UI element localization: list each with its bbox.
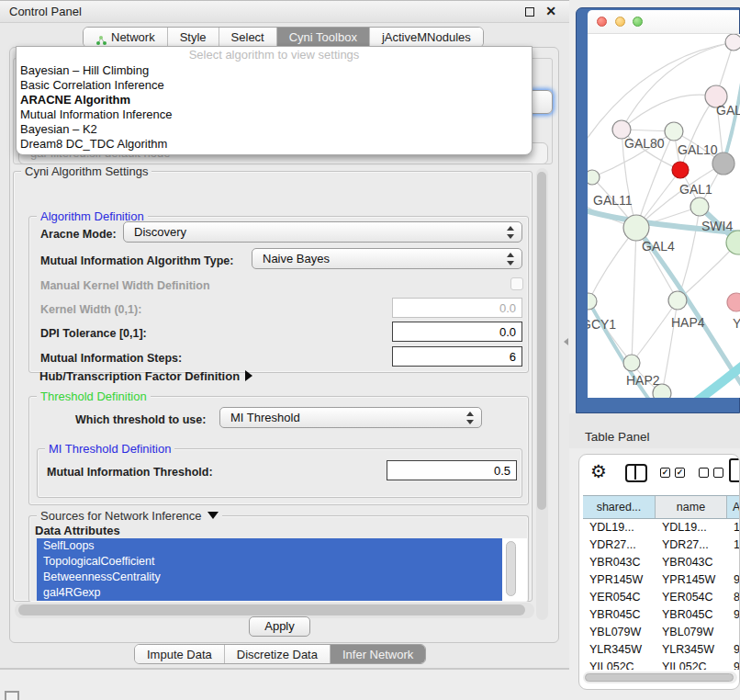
chevron-down-icon [207,512,219,519]
which-threshold-select[interactable]: MI Threshold [219,407,482,428]
apply-button[interactable]: Apply [249,616,310,637]
sources-group: Sources for Network Inference Data Attri… [28,515,529,602]
deselect-all-checkbox-icon[interactable] [713,468,723,478]
tab-style-label: Style [180,28,207,47]
chevron-right-icon [245,370,252,381]
network-node[interactable] [588,170,600,185]
vertical-scrollbar-thumb[interactable] [537,172,546,510]
table-row[interactable]: YPR145WYPR145W9. [583,571,740,589]
list-item-selected[interactable]: BetweennessCentrality [37,570,502,585]
algorithm-option[interactable]: Mutual Information Inference [17,107,532,122]
node-label: GAL1 [679,182,712,197]
tab-select[interactable]: Select [219,28,276,47]
node-label: GAL [716,103,740,118]
algorithm-option[interactable]: Basic Correlation Inference [17,78,532,93]
column-header-name[interactable]: name [656,496,727,518]
chevron-updown-icon [507,226,514,239]
select-all-checkbox-icon[interactable]: ✓ [675,468,685,478]
mac-close-icon[interactable] [597,17,607,27]
mi-threshold-input[interactable] [387,460,517,480]
aracne-mode-select[interactable]: Discovery [123,221,522,243]
application-window: Control Panel ✕ Network Style Select Cyn… [0,0,740,700]
list-item-selected[interactable]: TopologicalCoefficient [37,554,502,570]
network-graph: GAL GAL80 GAL10 GAL1 GAL11 GAL4 SWI4 GCY… [588,34,740,398]
node-label: GAL80 [624,136,665,151]
tab-network[interactable]: Network [84,28,167,47]
tab-impute-data[interactable]: Impute Data [135,645,224,663]
node-label: HAP2 [626,373,660,388]
export-table-icon[interactable] [729,458,740,482]
deselect-all-checkbox-icon[interactable] [699,468,709,478]
table-row[interactable]: YLR345WYLR345W9. [583,641,740,659]
table-row[interactable]: YDL19...YDL19...13 [583,519,740,536]
tab-impute-data-label: Impute Data [147,645,212,664]
table-horizontal-scrollbar-thumb[interactable] [585,673,734,682]
show-columns-icon[interactable] [625,464,647,482]
table-row[interactable]: YBR045CYBR045C9. [583,606,740,624]
which-threshold-label: Which threshold to use: [75,413,206,426]
mi-threshold-label: Mutual Information Threshold: [47,466,213,479]
tab-cyni-toolbox[interactable]: Cyni Toolbox [276,28,369,47]
table-body: YDL19...YDL19...13 YDR27...YDR27...12 YB… [583,519,740,670]
table-settings-gear-icon[interactable]: ⚙ [590,460,607,482]
tab-discretize-data[interactable]: Discretize Data [224,645,330,663]
table-horizontal-scrollbar[interactable] [583,672,737,683]
network-node[interactable] [623,355,640,371]
tab-style[interactable]: Style [167,28,219,47]
float-window-icon[interactable] [525,7,534,17]
algorithm-option[interactable]: Dream8 DC_TDC Algorithm [17,137,532,152]
table-row[interactable]: YDR27...YDR27...12 [583,536,740,554]
dpi-tolerance-label: DPI Tolerance [0,1]: [40,327,147,340]
algorithm-option-selected[interactable]: ARACNE Algorithm [17,93,532,107]
network-node[interactable] [588,293,597,310]
dpi-tolerance-input[interactable] [392,322,522,342]
aracne-mode-label: Aracne Mode: [40,228,117,241]
network-canvas[interactable]: GAL GAL80 GAL10 GAL1 GAL11 GAL4 SWI4 GCY… [588,34,740,398]
network-node[interactable] [690,198,709,216]
mac-zoom-icon[interactable] [633,17,643,27]
cyni-settings-title: Cyni Algorithm Settings [21,164,151,178]
docked-panel-icon[interactable] [5,691,19,700]
column-header-partial[interactable]: A [727,496,740,518]
mi-steps-input[interactable] [392,346,522,367]
manual-kernel-width-checkbox[interactable] [510,277,523,290]
network-node[interactable] [725,34,740,51]
tab-select-label: Select [231,28,264,47]
tab-jactivemnodules[interactable]: jActiveMNodules [369,28,483,47]
sources-title[interactable]: Sources for Network Inference [37,509,222,523]
column-header-shared-name[interactable]: shared... [583,496,656,518]
list-item-selected[interactable]: SelfLoops [37,538,502,554]
algorithm-option[interactable]: Bayesian – Hill Climbing [17,63,532,78]
network-view-window[interactable]: GAL GAL80 GAL10 GAL1 GAL11 GAL4 SWI4 GCY… [576,7,740,413]
network-node[interactable] [727,293,740,311]
select-all-checkbox-icon[interactable]: ✓ [660,468,670,478]
network-node-selected[interactable] [672,162,689,178]
table-row[interactable]: YER054CYER054C8. [583,589,740,606]
close-icon[interactable]: ✕ [545,4,556,18]
hub-tf-definition-toggle[interactable]: Hub/Transcription Factor Definition [39,369,252,383]
list-item-selected[interactable]: gal4RGexp [37,585,502,601]
table-row[interactable]: YBR043CYBR043C [583,554,740,571]
control-panel-titlebar[interactable]: Control Panel ✕ [0,1,569,23]
settings-vertical-scrollbar[interactable] [536,168,548,620]
tab-infer-network[interactable]: Infer Network [330,645,425,663]
network-node[interactable] [665,122,683,141]
algorithm-option[interactable]: Bayesian – K2 [17,122,532,137]
mi-steps-label: Mutual Information Steps: [40,352,182,365]
table-row[interactable]: YIL052CYIL052C9 [583,659,740,670]
mac-minimize-icon[interactable] [615,17,625,27]
network-window-titlebar[interactable] [588,10,739,34]
list-vertical-scrollbar[interactable] [506,541,516,596]
network-node[interactable] [623,215,649,241]
node-label: SWI4 [701,219,733,233]
data-attributes-list[interactable]: SelfLoops TopologicalCoefficient Between… [37,538,527,601]
tab-infer-network-label: Infer Network [342,645,413,664]
horizontal-scrollbar-thumb[interactable] [18,604,525,615]
network-node[interactable] [668,291,687,310]
kernel-width-input[interactable] [392,298,522,318]
splitter-collapse-arrow[interactable] [564,338,568,345]
node-label: HAP4 [671,315,705,330]
table-row[interactable]: YBL079WYBL079W [583,624,740,641]
cyni-algorithm-settings-group: Cyni Algorithm Settings Algorithm Defini… [13,171,533,602]
mi-algorithm-type-select[interactable]: Naive Bayes [252,248,522,269]
